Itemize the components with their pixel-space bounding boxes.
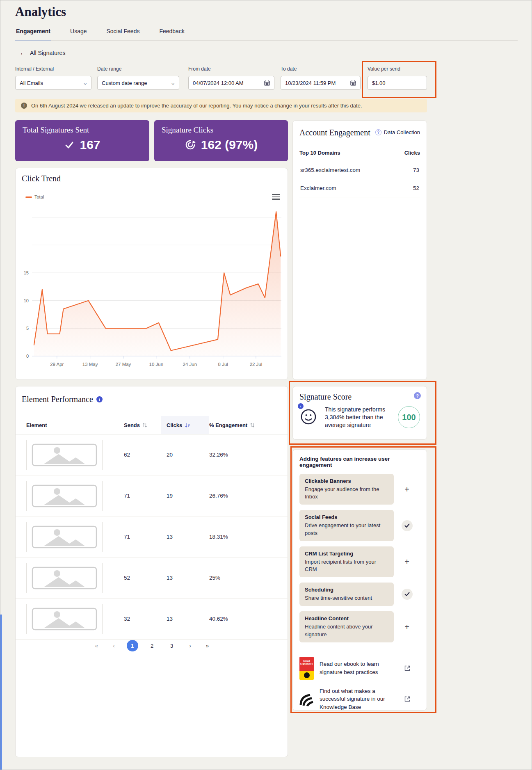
- filter-label: Internal / External: [15, 66, 91, 72]
- value-per-send-input[interactable]: [372, 80, 422, 86]
- feature-title: Scheduling: [305, 587, 388, 593]
- sends-value: 52: [124, 575, 167, 581]
- external-link-icon[interactable]: [404, 665, 411, 672]
- image-placeholder-icon: [32, 484, 97, 507]
- knowledge-base-link-text: Find out what makes a successful signatu…: [320, 687, 388, 711]
- help-icon[interactable]: ?: [414, 392, 421, 399]
- chart-menu-icon[interactable]: [272, 193, 280, 201]
- score-badge: 100: [398, 406, 420, 428]
- click-trend-title: Click Trend: [22, 174, 61, 183]
- pagination-next[interactable]: ›: [186, 642, 195, 649]
- filter-label: Date range: [97, 66, 179, 72]
- sends-value: 62: [124, 452, 167, 458]
- add-feature-button[interactable]: +: [404, 558, 409, 566]
- feature-card[interactable]: Headline Content Headline content above …: [299, 611, 394, 642]
- from-date-input[interactable]: [193, 80, 264, 86]
- click-icon: [185, 139, 196, 151]
- scrollbar[interactable]: [0, 615, 2, 770]
- feature-row-headline-content: Headline Content Headline content above …: [299, 611, 420, 642]
- account-engagement-title: Account Engagement: [299, 128, 370, 137]
- column-engagement: % Engagement: [209, 422, 247, 428]
- to-date-input[interactable]: [285, 80, 350, 86]
- domain-name: Exclaimer.com: [300, 185, 336, 191]
- feature-row-social-feeds: Social Feeds Drive engagement to your la…: [299, 510, 420, 541]
- stat-value: 167: [80, 138, 100, 152]
- feature-description: Headline content above your signature: [305, 623, 388, 638]
- signature-clicks-card: Signature Clicks 162 (97%): [154, 120, 288, 161]
- date-range-select[interactable]: Custom date range ⌄: [97, 76, 179, 90]
- pagination-last[interactable]: »: [203, 642, 212, 649]
- column-clicks: Clicks: [167, 422, 182, 428]
- analytics-page: Analytics Engagement Usage Social Feeds …: [0, 0, 532, 770]
- calendar-icon[interactable]: [350, 80, 356, 86]
- add-feature-button[interactable]: +: [404, 623, 409, 631]
- sort-icon: [250, 423, 255, 428]
- info-icon[interactable]: i: [96, 396, 103, 402]
- data-collection-link[interactable]: ? Data Collection: [375, 129, 420, 135]
- pagination-page-2[interactable]: 2: [146, 640, 158, 651]
- internal-external-select[interactable]: All Emails ⌄: [15, 76, 91, 90]
- element-thumbnail: [26, 604, 103, 634]
- domain-clicks: 52: [413, 185, 419, 191]
- svg-text:15: 15: [24, 270, 29, 275]
- pagination-prev[interactable]: ‹: [110, 642, 119, 649]
- signature-score-title: Signature Score: [299, 392, 420, 402]
- to-date-input-box[interactable]: [281, 76, 361, 90]
- sort-engagement[interactable]: % Engagement: [209, 422, 255, 428]
- sort-clicks-active[interactable]: Clicks: [167, 422, 190, 428]
- filter-value-per-send: Value per send: [368, 66, 427, 90]
- pagination-page-1[interactable]: 1: [127, 640, 138, 651]
- pagination-first[interactable]: «: [92, 642, 101, 649]
- element-thumbnail: [26, 563, 103, 593]
- ebook-link[interactable]: Email Signatures Read our ebook to learn…: [299, 657, 420, 680]
- smiley-icon: i: [299, 407, 318, 427]
- engagement-value: 18.31%: [209, 534, 288, 540]
- value-per-send-box[interactable]: [368, 76, 427, 90]
- feature-card[interactable]: Clickable Banners Engage your audience f…: [299, 474, 394, 505]
- back-all-signatures-link[interactable]: ← All Signatures: [20, 49, 65, 57]
- divider: [299, 650, 420, 650]
- add-feature-button[interactable]: +: [404, 485, 409, 494]
- from-date-input-box[interactable]: [188, 76, 274, 90]
- click-trend-panel: Click Trend Total 05101529 Apr13 May27 M…: [15, 168, 288, 380]
- calendar-icon[interactable]: [264, 80, 270, 86]
- domain-row: Exclaimer.com 52: [299, 179, 420, 197]
- feature-row-crm-list-targeting: CRM List Targeting Import recipient list…: [299, 546, 420, 577]
- feature-description: Share time-sensitive content: [305, 594, 388, 602]
- tab-engagement[interactable]: Engagement: [15, 26, 51, 41]
- select-value: All Emails: [20, 80, 83, 86]
- tab-social-feeds[interactable]: Social Feeds: [105, 26, 140, 41]
- feature-row-scheduling: Scheduling Share time-sensitive content: [299, 583, 420, 606]
- tab-feedback[interactable]: Feedback: [158, 26, 185, 41]
- feature-added-check-icon[interactable]: [402, 589, 413, 600]
- feature-card[interactable]: CRM List Targeting Import recipient list…: [299, 546, 394, 577]
- knowledge-base-link[interactable]: Find out what makes a successful signatu…: [299, 687, 420, 711]
- element-row[interactable]: 71 13 18.31%: [16, 516, 288, 558]
- image-placeholder-icon: [32, 526, 97, 548]
- feature-description: Engage your audience from the Inbox: [305, 486, 388, 500]
- svg-text:5: 5: [26, 326, 29, 331]
- column-clicks: Clicks: [404, 150, 420, 156]
- page-title: Analytics: [15, 5, 66, 19]
- feature-added-check-icon[interactable]: [402, 520, 413, 531]
- element-row[interactable]: 71 19 26.76%: [16, 475, 288, 516]
- back-arrow-icon: ←: [20, 49, 26, 57]
- element-row[interactable]: 62 20 32.26%: [16, 434, 288, 475]
- image-placeholder-icon: [32, 608, 97, 631]
- total-signatures-sent-card: Total Signatures Sent 167: [15, 120, 149, 161]
- filter-from-date: From date: [188, 66, 274, 90]
- pagination-page-3[interactable]: 3: [166, 640, 178, 651]
- external-link-icon[interactable]: [404, 695, 411, 703]
- element-row[interactable]: 32 13 40.62%: [16, 599, 288, 640]
- sends-value: 32: [124, 616, 167, 622]
- tab-usage[interactable]: Usage: [69, 26, 87, 41]
- ebook-cover-text: Email Signatures: [299, 657, 314, 671]
- feature-card[interactable]: Social Feeds Drive engagement to your la…: [299, 510, 394, 541]
- sort-sends[interactable]: Sends: [124, 422, 147, 428]
- feature-description: Drive engagement to your latest posts: [305, 522, 388, 537]
- element-row[interactable]: 52 13 25%: [16, 558, 288, 599]
- panel-title-text: Element Performance: [22, 395, 93, 404]
- feature-card[interactable]: Scheduling Share time-sensitive content: [299, 583, 394, 606]
- ebook-link-text: Read our ebook to learn signature best p…: [320, 660, 388, 676]
- chart-legend: Total: [25, 194, 44, 199]
